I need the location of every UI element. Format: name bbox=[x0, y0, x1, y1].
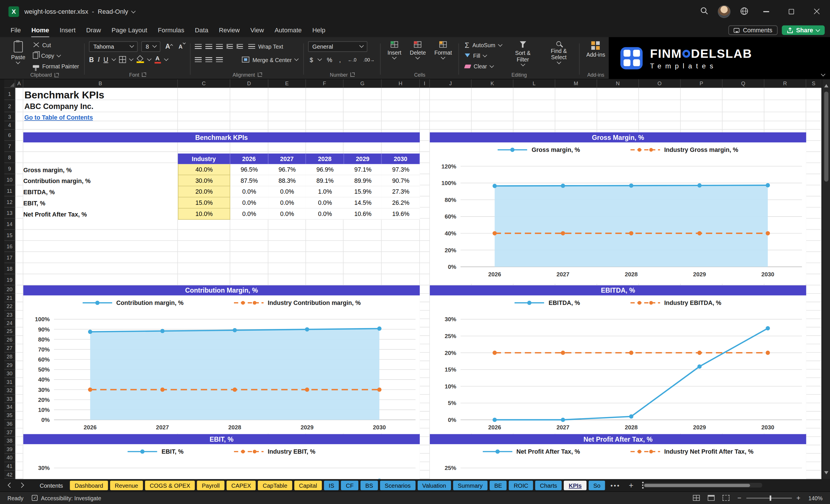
value-cell[interactable]: 0.0% bbox=[306, 209, 344, 220]
column-header-K[interactable]: K bbox=[472, 80, 513, 88]
table-header-2026[interactable]: 2026 bbox=[230, 154, 268, 164]
column-header-N[interactable]: N bbox=[597, 80, 639, 88]
value-cell[interactable]: 0.0% bbox=[230, 197, 268, 209]
decrease-decimal-button[interactable]: .00→ bbox=[362, 57, 376, 62]
menu-page-layout[interactable]: Page Layout bbox=[106, 24, 153, 36]
maximize-button[interactable] bbox=[784, 4, 799, 19]
column-header-I[interactable]: I bbox=[420, 80, 430, 88]
row-header-22[interactable]: 22 bbox=[4, 302, 15, 310]
column-header-A[interactable]: A bbox=[15, 80, 24, 88]
value-cell[interactable]: 10.6% bbox=[344, 209, 382, 220]
align-left-icon[interactable] bbox=[195, 57, 202, 62]
tab-kpis[interactable]: KPIs bbox=[564, 480, 586, 490]
table-header-2027[interactable]: 2027 bbox=[268, 154, 306, 164]
align-middle-icon[interactable] bbox=[205, 44, 212, 49]
prev-sheet-icon[interactable] bbox=[8, 482, 13, 488]
value-cell[interactable]: 96.7% bbox=[268, 164, 306, 175]
column-header-L[interactable]: L bbox=[513, 80, 555, 88]
row-header-40[interactable]: 40 bbox=[4, 454, 15, 462]
value-cell[interactable]: 14.5% bbox=[344, 197, 382, 209]
avatar[interactable] bbox=[718, 5, 731, 18]
value-cell[interactable]: 27.3% bbox=[382, 186, 420, 197]
row-header-23[interactable]: 23 bbox=[4, 311, 15, 319]
row-header-36[interactable]: 36 bbox=[4, 420, 15, 428]
page-break-view-icon[interactable] bbox=[723, 495, 729, 501]
tab-is[interactable]: IS bbox=[324, 480, 339, 490]
chart-net-profit[interactable]: Net Profit After Tax, %Net Profit After … bbox=[430, 434, 806, 479]
chevron-down-icon[interactable] bbox=[131, 8, 136, 13]
table-header-industry[interactable]: Industry bbox=[178, 154, 230, 164]
italic-button[interactable]: I bbox=[98, 56, 100, 63]
industry-value-cell[interactable]: 40.0% bbox=[178, 164, 230, 175]
row-header-6[interactable]: 6 bbox=[4, 130, 15, 141]
scroll-up-icon[interactable] bbox=[824, 82, 828, 88]
addins-button[interactable]: Add-ins bbox=[584, 40, 608, 59]
value-cell[interactable]: 0.0% bbox=[306, 197, 344, 209]
row-header-33[interactable]: 33 bbox=[4, 395, 15, 403]
tab-so[interactable]: So bbox=[588, 480, 605, 490]
tab-contents[interactable]: Contents bbox=[35, 480, 68, 490]
table-row[interactable]: Net Profit After Tax, %10.0%0.0%0.0%0.0%… bbox=[23, 209, 420, 220]
column-header-D[interactable]: D bbox=[230, 80, 268, 88]
menu-file[interactable]: File bbox=[5, 24, 26, 36]
value-cell[interactable]: 90.7% bbox=[382, 175, 420, 187]
row-header-29[interactable]: 29 bbox=[4, 361, 15, 369]
decrease-indent-icon[interactable] bbox=[226, 44, 233, 49]
row-header-10[interactable]: 10 bbox=[4, 174, 15, 185]
row-header-4[interactable]: 4 bbox=[4, 121, 15, 130]
select-all-corner[interactable] bbox=[4, 80, 15, 88]
close-button[interactable] bbox=[809, 4, 825, 19]
chart-contribution-margin[interactable]: Contribution Margin, %Contribution margi… bbox=[23, 285, 420, 434]
row-header-7[interactable]: 7 bbox=[4, 141, 15, 152]
percent-format-button[interactable]: % bbox=[325, 56, 334, 63]
zoom-in-button[interactable]: + bbox=[797, 495, 801, 501]
comments-button[interactable]: Comments bbox=[729, 26, 777, 35]
value-cell[interactable]: 96.5% bbox=[230, 164, 268, 175]
insert-cells-button[interactable]: Insert bbox=[385, 40, 404, 60]
row-header-32[interactable]: 32 bbox=[4, 386, 15, 395]
row-header-27[interactable]: 27 bbox=[4, 344, 15, 352]
tab-revenue[interactable]: Revenue bbox=[110, 480, 143, 490]
row-header-2[interactable]: 2 bbox=[4, 100, 15, 113]
row-header-26[interactable]: 26 bbox=[4, 336, 15, 344]
search-icon[interactable] bbox=[700, 7, 708, 16]
row-header-3[interactable]: 3 bbox=[4, 112, 15, 121]
increase-font-button[interactable]: A bbox=[164, 43, 173, 50]
row-header-19[interactable]: 19 bbox=[4, 274, 15, 285]
row-header-34[interactable]: 34 bbox=[4, 403, 15, 411]
page-layout-view-icon[interactable] bbox=[708, 495, 714, 501]
chart-plot[interactable]: 25%20%15%10%5%0%20262027202820292030 bbox=[430, 460, 806, 479]
autosum-button[interactable]: ΣAutoSum bbox=[463, 40, 503, 50]
font-dialog-launcher[interactable] bbox=[142, 73, 146, 77]
table-row[interactable]: Contribution margin, %30.0%87.5%88.3%89.… bbox=[23, 175, 420, 187]
tab-charts[interactable]: Charts bbox=[535, 480, 562, 490]
chart-ebitda[interactable]: EBITDA, %EBITDA, %Industry EBITDA, %30%2… bbox=[430, 285, 806, 434]
table-row[interactable]: Gross margin, %40.0%96.5%96.7%96.9%97.1%… bbox=[23, 164, 420, 175]
chart-ebit[interactable]: EBIT, %EBIT, %Industry EBIT, %30%25%20%1… bbox=[23, 434, 420, 479]
chart-gross-margin[interactable]: Gross Margin, %Gross margin, %Industry G… bbox=[430, 132, 806, 284]
menu-automate[interactable]: Automate bbox=[269, 24, 307, 36]
column-header-S[interactable]: S bbox=[806, 80, 822, 88]
fill-button[interactable]: Fill bbox=[463, 51, 503, 60]
align-center-icon[interactable] bbox=[205, 57, 212, 62]
tab-payroll[interactable]: Payroll bbox=[197, 480, 225, 490]
tab-roic[interactable]: ROIC bbox=[509, 480, 533, 490]
minimize-button[interactable] bbox=[758, 4, 774, 19]
column-header-P[interactable]: P bbox=[681, 80, 723, 88]
value-cell[interactable]: 87.5% bbox=[230, 175, 268, 187]
clear-button[interactable]: Clear bbox=[463, 62, 503, 71]
menu-data[interactable]: Data bbox=[190, 24, 214, 36]
row-header-17[interactable]: 17 bbox=[4, 252, 15, 263]
tab-summary[interactable]: Summary bbox=[453, 480, 487, 490]
alignment-dialog-launcher[interactable] bbox=[258, 73, 262, 77]
value-cell[interactable]: 0.0% bbox=[268, 186, 306, 197]
column-header-O[interactable]: O bbox=[639, 80, 681, 88]
row-header-14[interactable]: 14 bbox=[4, 219, 15, 230]
scroll-down-icon[interactable] bbox=[824, 471, 828, 476]
paste-button[interactable]: Paste bbox=[8, 40, 28, 65]
industry-value-cell[interactable]: 30.0% bbox=[178, 175, 230, 187]
zoom-slider[interactable] bbox=[746, 497, 792, 499]
row-header-21[interactable]: 21 bbox=[4, 294, 15, 302]
increase-indent-icon[interactable] bbox=[236, 44, 243, 49]
tab-capex[interactable]: CAPEX bbox=[226, 480, 256, 490]
